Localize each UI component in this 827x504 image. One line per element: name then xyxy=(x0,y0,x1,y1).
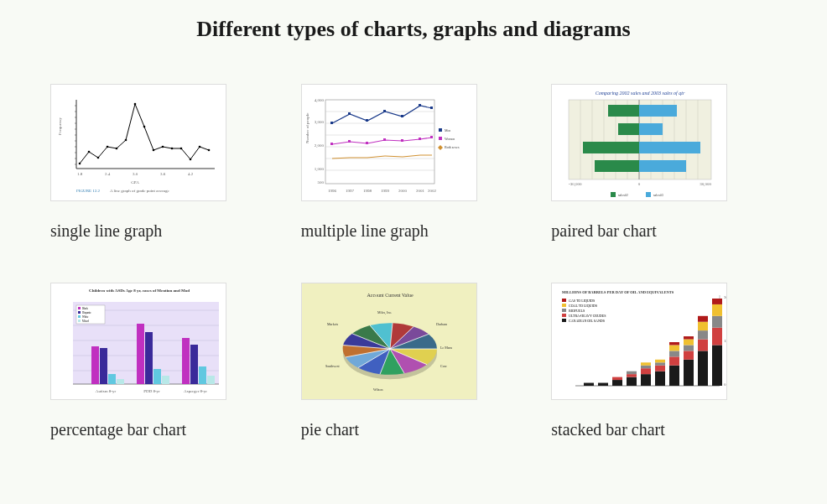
svg-rect-184 xyxy=(641,374,651,386)
svg-rect-195 xyxy=(669,345,679,351)
svg-rect-185 xyxy=(641,368,651,374)
svg-point-27 xyxy=(199,146,201,148)
svg-text:CANADIAN OIL SANDS: CANADIAN OIL SANDS xyxy=(569,319,605,323)
svg-rect-167 xyxy=(562,304,566,307)
svg-text:Both sexes: Both sexes xyxy=(445,145,460,149)
chart-grid: Frequency GPA FIGURE 12.2 A line graph o… xyxy=(50,84,777,439)
thumb-stacked-bar: MILLIONS OF BARRELS PER DAY OF OIL AND E… xyxy=(551,283,727,400)
svg-text:1999: 1999 xyxy=(381,189,390,193)
svg-rect-50 xyxy=(401,115,403,117)
svg-text:Le Mans: Le Mans xyxy=(440,346,453,350)
svg-rect-117 xyxy=(91,346,99,384)
svg-rect-193 xyxy=(669,356,679,365)
svg-point-14 xyxy=(79,163,81,165)
caption-multi-line: multiple line graph xyxy=(301,221,429,241)
svg-text:4.2: 4.2 xyxy=(188,172,194,176)
svg-text:Frequency: Frequency xyxy=(58,117,62,135)
caption-pie: pie chart xyxy=(301,420,359,439)
svg-rect-190 xyxy=(655,362,665,365)
svg-text:Wilson: Wilson xyxy=(373,387,382,392)
svg-text:A line graph of grade point av: A line graph of grade point average xyxy=(110,189,170,193)
svg-rect-208 xyxy=(712,328,722,346)
svg-text:1.8: 1.8 xyxy=(77,172,83,176)
svg-point-21 xyxy=(143,126,146,128)
svg-text:2001: 2001 xyxy=(416,189,425,193)
svg-point-24 xyxy=(171,148,174,150)
svg-text:2000: 2000 xyxy=(398,189,408,193)
svg-rect-179 xyxy=(612,380,622,386)
svg-text:Number of people: Number of people xyxy=(305,112,309,143)
svg-rect-192 xyxy=(669,366,679,386)
caption-paired-bar: paired bar chart xyxy=(551,221,656,241)
svg-rect-182 xyxy=(627,374,637,377)
svg-point-18 xyxy=(116,148,118,150)
svg-text:15: 15 xyxy=(724,339,727,343)
svg-rect-206 xyxy=(698,316,708,322)
svg-point-23 xyxy=(162,146,164,148)
cell-percentage-bar: Children with ASDs Age 8 yr, cases of Me… xyxy=(50,283,276,439)
svg-point-20 xyxy=(134,103,137,106)
svg-rect-123 xyxy=(153,369,161,384)
svg-rect-198 xyxy=(684,351,694,359)
svg-rect-122 xyxy=(145,332,153,384)
svg-rect-49 xyxy=(383,110,386,112)
svg-text:Hispanic: Hispanic xyxy=(82,311,91,314)
cell-pie: Account Current Value xyxy=(301,283,527,439)
svg-text:2002: 2002 xyxy=(428,189,437,193)
svg-rect-191 xyxy=(655,360,665,362)
caption-percentage-bar: percentage bar chart xyxy=(50,420,186,439)
svg-text:Black: Black xyxy=(82,307,88,310)
svg-rect-189 xyxy=(655,366,665,372)
svg-rect-54 xyxy=(348,140,351,143)
svg-text:White: White xyxy=(82,315,89,319)
svg-rect-203 xyxy=(698,340,708,351)
svg-rect-204 xyxy=(698,330,708,339)
svg-rect-121 xyxy=(137,324,144,384)
svg-rect-165 xyxy=(562,299,566,302)
svg-rect-125 xyxy=(182,338,190,384)
svg-rect-200 xyxy=(684,340,694,346)
svg-rect-207 xyxy=(712,345,722,386)
svg-text:PDD 8-yr: PDD 8-yr xyxy=(143,389,160,393)
thumb-percentage-bar: Children with ASDs Age 8 yr, cases of Me… xyxy=(50,283,226,400)
svg-text:Autism 8-yr: Autism 8-yr xyxy=(96,389,117,393)
cell-paired-bar: Comparing 2002 sales and 2003 sales of q… xyxy=(551,84,777,241)
svg-text:500: 500 xyxy=(317,180,324,184)
svg-rect-202 xyxy=(698,351,708,386)
svg-text:1998: 1998 xyxy=(363,189,372,193)
svg-text:sales03: sales03 xyxy=(653,193,663,197)
svg-rect-118 xyxy=(100,348,107,384)
caption-single-line: single line graph xyxy=(50,221,162,241)
svg-rect-93 xyxy=(608,105,639,117)
svg-text:GAS TO LIQUIDS: GAS TO LIQUIDS xyxy=(569,299,595,303)
svg-text:Mixed: Mixed xyxy=(82,320,89,323)
svg-rect-119 xyxy=(108,374,116,384)
svg-rect-199 xyxy=(684,345,694,351)
svg-point-28 xyxy=(208,149,211,152)
svg-rect-95 xyxy=(618,123,639,135)
svg-rect-51 xyxy=(419,104,421,107)
svg-point-15 xyxy=(88,151,91,153)
thumb-paired-bar: Comparing 2002 sales and 2003 sales of q… xyxy=(551,84,727,201)
svg-text:Durham: Durham xyxy=(436,322,448,326)
svg-rect-129 xyxy=(76,305,105,324)
svg-rect-210 xyxy=(712,304,722,316)
thumb-single-line: Frequency GPA FIGURE 12.2 A line graph o… xyxy=(50,84,226,201)
svg-text:FIGURE 12.2: FIGURE 12.2 xyxy=(76,189,101,193)
svg-text:30: 30 xyxy=(724,295,727,299)
svg-rect-209 xyxy=(712,316,722,328)
thumb-multi-line: Men Women Both sexes 4,000 3,000 2,000 1… xyxy=(301,84,477,201)
svg-point-19 xyxy=(125,139,127,142)
svg-rect-59 xyxy=(430,136,433,138)
svg-rect-211 xyxy=(712,299,722,304)
svg-rect-60 xyxy=(439,128,442,132)
svg-point-25 xyxy=(180,148,183,150)
cell-stacked-bar: MILLIONS OF BARRELS PER DAY OF OIL AND E… xyxy=(551,283,777,439)
svg-text:COAL TO LIQUIDS: COAL TO LIQUIDS xyxy=(569,304,597,308)
svg-rect-56 xyxy=(383,138,386,141)
svg-rect-128 xyxy=(207,376,215,384)
svg-text:3.6: 3.6 xyxy=(160,172,166,176)
svg-rect-177 xyxy=(584,383,594,386)
svg-text:Comparing 2002 sales and 2003 : Comparing 2002 sales and 2003 sales of q… xyxy=(596,91,685,96)
page-title: Different types of charts, graphs and di… xyxy=(50,17,777,42)
